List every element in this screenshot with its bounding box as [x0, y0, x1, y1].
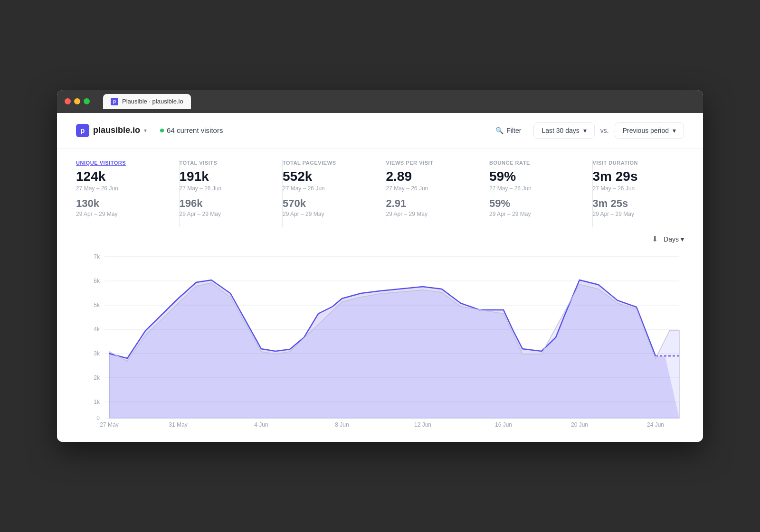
- stat-compare-value: 570k: [283, 197, 374, 210]
- svg-text:24 Jun: 24 Jun: [647, 421, 664, 428]
- main-area: [109, 280, 679, 418]
- compare-chevron-icon: ▾: [673, 127, 676, 134]
- period-dropdown[interactable]: Last 30 days ▾: [533, 122, 594, 139]
- tab-favicon: p: [111, 98, 118, 105]
- chart-toolbar: ⬇ Days ▾: [76, 234, 684, 243]
- svg-text:1k: 1k: [94, 399, 100, 405]
- svg-text:27 May: 27 May: [100, 421, 118, 428]
- browser-window: p Plausible · plausible.io p plausible.i…: [57, 90, 703, 442]
- visitors-badge: 64 current visitors: [160, 126, 223, 134]
- stat-card-views-per-visit[interactable]: VIEWS PER VISIT 2.89 27 May – 26 Jun 2.9…: [386, 160, 490, 227]
- days-chevron-icon: ▾: [681, 235, 684, 243]
- stat-compare-value: 196k: [180, 197, 271, 210]
- stat-period: 27 May – 26 Jun: [593, 185, 684, 192]
- stat-label: BOUNCE RATE: [489, 160, 581, 166]
- stat-label: TOTAL PAGEVIEWS: [283, 160, 374, 166]
- vs-label: vs.: [600, 127, 609, 134]
- svg-text:6k: 6k: [94, 278, 100, 284]
- chart-container: 7k 6k 5k 4k 3k 2k 1k 0 27 May 31 May 4 J…: [76, 247, 684, 428]
- stat-period: 27 May – 26 Jun: [180, 185, 271, 192]
- visitors-chart: 7k 6k 5k 4k 3k 2k 1k 0 27 May 31 May 4 J…: [76, 247, 684, 428]
- stat-compare-value: 59%: [489, 197, 581, 210]
- chart-area: ⬇ Days ▾: [57, 227, 703, 442]
- current-visitors-text: 64 current visitors: [167, 126, 223, 134]
- days-dropdown[interactable]: Days ▾: [664, 235, 684, 243]
- search-icon: 🔍: [495, 127, 504, 134]
- stat-compare-value: 3m 25s: [593, 197, 684, 210]
- days-label: Days: [664, 235, 679, 243]
- stat-value: 124k: [76, 168, 168, 185]
- traffic-lights: [65, 98, 90, 104]
- browser-titlebar: p Plausible · plausible.io: [57, 90, 703, 113]
- compare-dropdown[interactable]: Previous period ▾: [615, 122, 684, 139]
- download-button[interactable]: ⬇: [652, 234, 658, 243]
- svg-text:16 Jun: 16 Jun: [495, 421, 512, 428]
- logo-letter: p: [81, 127, 85, 134]
- stat-compare-value: 2.91: [386, 197, 478, 210]
- stat-card-bounce-rate[interactable]: BOUNCE RATE 59% 27 May – 26 Jun 59% 29 A…: [489, 160, 593, 227]
- period-chevron-icon: ▾: [583, 127, 587, 134]
- stat-card-total-visits[interactable]: TOTAL VISITS 191k 27 May – 26 Jun 196k 2…: [180, 160, 283, 227]
- svg-text:0: 0: [96, 415, 100, 421]
- logo-area[interactable]: p plausible.io ▾: [76, 124, 147, 137]
- stat-value: 3m 29s: [593, 168, 684, 185]
- main-toolbar: p plausible.io ▾ 64 current visitors 🔍 F…: [57, 113, 703, 149]
- stat-label: TOTAL VISITS: [180, 160, 271, 166]
- svg-text:7k: 7k: [94, 253, 100, 260]
- svg-text:12 Jun: 12 Jun: [414, 421, 431, 428]
- logo-icon: p: [76, 124, 89, 137]
- stat-period: 27 May – 26 Jun: [386, 185, 478, 192]
- filter-label: Filter: [506, 127, 521, 134]
- stat-value: 2.89: [386, 168, 478, 185]
- site-name: plausible.io: [93, 125, 140, 135]
- stat-card-visit-duration[interactable]: VISIT DURATION 3m 29s 27 May – 26 Jun 3m…: [593, 160, 684, 227]
- svg-text:5k: 5k: [94, 302, 100, 308]
- maximize-button[interactable]: [84, 98, 90, 104]
- close-button[interactable]: [65, 98, 71, 104]
- stat-compare-value: 130k: [76, 197, 168, 210]
- stat-value: 552k: [283, 168, 374, 185]
- minimize-button[interactable]: [74, 98, 80, 104]
- compare-label: Previous period: [623, 127, 669, 134]
- svg-text:31 May: 31 May: [169, 421, 187, 428]
- stat-period: 27 May – 26 Jun: [76, 185, 168, 192]
- stat-compare-period: 29 Apr – 29 May: [180, 211, 271, 217]
- svg-text:4k: 4k: [94, 326, 100, 333]
- stat-compare-period: 29 Apr – 29 May: [76, 211, 168, 217]
- stat-period: 27 May – 26 Jun: [489, 185, 581, 192]
- browser-tab[interactable]: p Plausible · plausible.io: [103, 94, 191, 109]
- stat-compare-period: 29 Apr – 29 May: [283, 211, 374, 217]
- stat-compare-period: 29 Apr – 29 May: [386, 211, 478, 217]
- stat-label[interactable]: UNIQUE VISITORS: [76, 160, 168, 166]
- toolbar-right: 🔍 Filter Last 30 days ▾ vs. Previous per…: [489, 122, 684, 139]
- live-indicator-dot: [160, 129, 164, 132]
- site-dropdown-icon[interactable]: ▾: [144, 127, 147, 134]
- svg-text:3k: 3k: [94, 350, 100, 357]
- stat-card-unique-visitors[interactable]: UNIQUE VISITORS 124k 27 May – 26 Jun 130…: [76, 160, 180, 227]
- browser-content: p plausible.io ▾ 64 current visitors 🔍 F…: [57, 113, 703, 442]
- svg-text:8 Jun: 8 Jun: [335, 421, 349, 428]
- svg-text:2k: 2k: [94, 374, 100, 381]
- stat-label: VIEWS PER VISIT: [386, 160, 478, 166]
- svg-text:20 Jun: 20 Jun: [571, 421, 588, 428]
- stat-compare-period: 29 Apr – 29 May: [593, 211, 684, 217]
- stat-compare-period: 29 Apr – 29 May: [489, 211, 581, 217]
- filter-button[interactable]: 🔍 Filter: [489, 123, 528, 138]
- stat-value: 59%: [489, 168, 581, 185]
- stat-label: VISIT DURATION: [593, 160, 684, 166]
- tab-title: Plausible · plausible.io: [122, 98, 183, 105]
- stats-row: UNIQUE VISITORS 124k 27 May – 26 Jun 130…: [57, 149, 703, 227]
- stat-card-total-pageviews[interactable]: TOTAL PAGEVIEWS 552k 27 May – 26 Jun 570…: [283, 160, 386, 227]
- period-label: Last 30 days: [542, 127, 579, 134]
- stat-period: 27 May – 26 Jun: [283, 185, 374, 192]
- svg-text:4 Jun: 4 Jun: [254, 421, 268, 428]
- stat-value: 191k: [180, 168, 271, 185]
